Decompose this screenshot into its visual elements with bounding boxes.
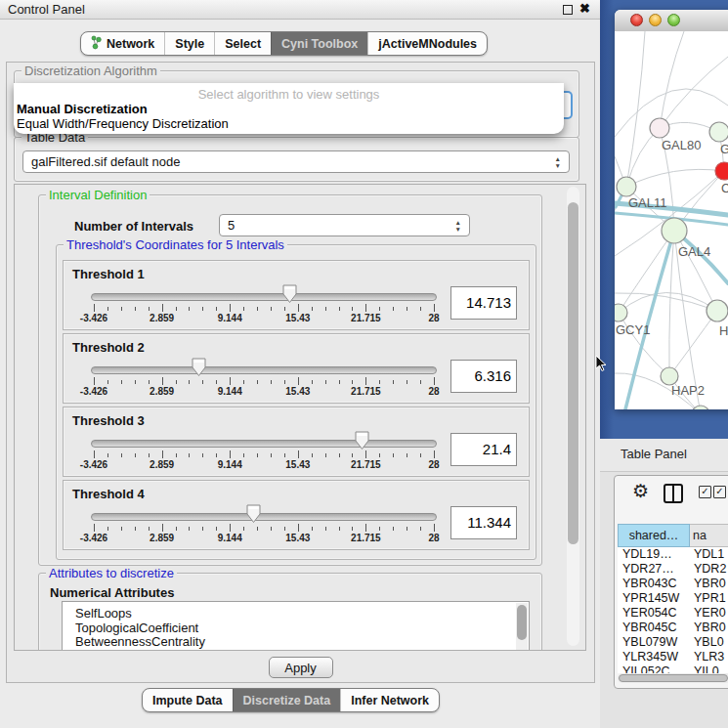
cell-shared-name: YBR045C (618, 621, 690, 635)
slider-thumb[interactable] (354, 431, 370, 450)
table-row[interactable]: YER054CYER0 (618, 606, 728, 621)
tick-mark (420, 307, 421, 311)
checkbox-icon[interactable]: ✓ (699, 486, 711, 498)
tab-cyni-toolbox[interactable]: Cyni Toolbox (271, 32, 367, 55)
table-row[interactable]: YDL19…YDL1 (618, 547, 728, 562)
column-header-name[interactable]: na (690, 524, 728, 547)
attribute-item[interactable]: BetweennessCentrality (63, 635, 529, 650)
tab-network[interactable]: Network (81, 32, 164, 55)
attribute-item[interactable]: SelfLoops (63, 607, 529, 621)
close-traffic-light-icon[interactable] (630, 14, 643, 26)
attribute-item[interactable]: TopologicalCoefficient (63, 621, 529, 636)
tick-label: 15.43 (285, 459, 310, 470)
tick-mark (257, 307, 258, 311)
tick-mark (365, 377, 366, 385)
stepper-arrows-icon[interactable]: ▲▼ (555, 156, 561, 168)
threshold-list: Threshold 1-3.4262.8599.14415.4321.71528… (63, 260, 530, 553)
tab-select[interactable]: Select (214, 32, 271, 55)
tick-mark (149, 307, 150, 311)
node-label: GCY1 (616, 322, 650, 337)
table-row[interactable]: YDR27…YDR2 (618, 562, 728, 577)
threshold-value-field[interactable]: 21.4 (450, 433, 517, 466)
tab-jactivemnodules[interactable]: jActiveMNodules (367, 32, 487, 55)
network-canvas[interactable]: GAL80GACGAL11GAL4GCY1HHAP2 (615, 31, 728, 409)
slider-thumb[interactable] (281, 284, 298, 304)
list-scrollbar[interactable] (516, 603, 528, 651)
tab-impute-data[interactable]: Impute Data (143, 689, 233, 711)
column-header-shared-name[interactable]: shared… (618, 524, 690, 547)
node-gal80[interactable] (650, 118, 669, 138)
tick-mark (393, 527, 394, 531)
group-title: Interval Definition (46, 188, 150, 202)
list-scrollbar-thumb[interactable] (517, 605, 527, 640)
network-window[interactable]: GAL80GACGAL11GAL4GCY1HHAP2 (615, 10, 728, 409)
slider-track[interactable] (91, 513, 437, 521)
vertical-scrollbar-thumb[interactable] (568, 202, 578, 544)
tab-label: Impute Data (152, 694, 223, 707)
tick-label: 15.43 (285, 313, 310, 323)
table-row[interactable]: YLR345WYLR3 (618, 650, 728, 664)
tick-mark (202, 527, 203, 531)
tick-mark (135, 380, 136, 384)
network-window-titlebar (615, 10, 728, 32)
tick-mark (298, 377, 299, 385)
interval-definition-group: Interval Definition Number of Intervals … (38, 194, 542, 566)
table-row[interactable]: YPR145WYPR1 (618, 591, 728, 606)
node-c[interactable] (715, 162, 728, 180)
apply-button[interactable]: Apply (269, 657, 333, 678)
gear-icon[interactable]: ⚙ (632, 480, 649, 502)
slider-ticks (94, 450, 434, 459)
node-gal11[interactable] (617, 177, 636, 196)
table-data-select[interactable]: galFiltered.sif default node ▲▼ (22, 150, 570, 173)
node-label: GA (720, 142, 728, 156)
node-ga[interactable] (709, 122, 728, 142)
tab-style[interactable]: Style (164, 32, 214, 55)
float-window-icon[interactable] (563, 5, 573, 15)
checkbox-icon[interactable]: ✓ (713, 486, 726, 498)
horizontal-scrollbar[interactable] (618, 673, 728, 683)
table-row[interactable]: YIL052CYIL0 (618, 664, 728, 673)
number-of-intervals-spinner[interactable]: 5 ▲▼ (219, 214, 470, 236)
popup-prompt-option[interactable]: Select algorithm to view settings (14, 87, 564, 102)
thresholds-group: Threshold's Coordinates for 5 Intervals … (56, 244, 536, 560)
slider-track[interactable] (91, 293, 437, 301)
popup-option-manual-discretization[interactable]: Manual Discretization (17, 102, 148, 116)
threshold-value-field[interactable]: 11.344 (450, 506, 517, 539)
slider-track[interactable] (91, 440, 437, 448)
tab-infer-network[interactable]: Infer Network (340, 689, 439, 711)
tick-mark (407, 307, 407, 311)
table-row[interactable]: YBR043CYBR0 (618, 577, 728, 591)
edge (619, 292, 717, 313)
tab-discretize-data[interactable]: Discretize Data (233, 689, 341, 711)
tick-mark (365, 304, 366, 312)
node-gal4[interactable] (662, 218, 687, 243)
minimize-traffic-light-icon[interactable] (649, 14, 662, 26)
tab-label: jActiveMNodules (378, 37, 477, 51)
tick-label: 9.144 (218, 313, 242, 323)
table-panel-box: ⚙ ✓ ✓ shared… na YDL19…YDL1YDR27…YDR2YBR… (614, 475, 728, 689)
close-icon[interactable]: ✖ (579, 1, 590, 16)
threshold-value-field[interactable]: 14.713 (450, 286, 517, 320)
slider-thumb[interactable] (191, 358, 207, 377)
horizontal-scrollbar-thumb[interactable] (619, 674, 728, 682)
node-unlabeled[interactable] (692, 406, 709, 409)
node-gcy1[interactable] (615, 304, 627, 321)
tick-mark (325, 307, 326, 311)
table-row[interactable]: YBR045CYBR0 (618, 621, 728, 635)
table-row[interactable]: YBL079WYBL0 (618, 635, 728, 650)
slider-track[interactable] (91, 366, 437, 374)
columns-icon[interactable] (664, 484, 683, 503)
node-h[interactable] (707, 300, 728, 321)
tick-mark (379, 307, 380, 311)
vertical-scrollbar[interactable] (567, 187, 579, 646)
threshold-value-field[interactable]: 6.316 (450, 360, 517, 393)
tick-mark (325, 380, 326, 384)
tick-mark (135, 453, 136, 457)
zoom-traffic-light-icon[interactable] (667, 14, 680, 26)
popup-option-equal-width-frequency[interactable]: Equal Width/Frequency Discretization (17, 116, 229, 131)
group-title: Discretization Algorithm (21, 64, 160, 78)
slider-thumb[interactable] (245, 504, 262, 524)
tick-mark (407, 453, 407, 457)
tick-label: 28 (428, 533, 439, 543)
stepper-arrows-icon[interactable]: ▲▼ (455, 220, 461, 232)
